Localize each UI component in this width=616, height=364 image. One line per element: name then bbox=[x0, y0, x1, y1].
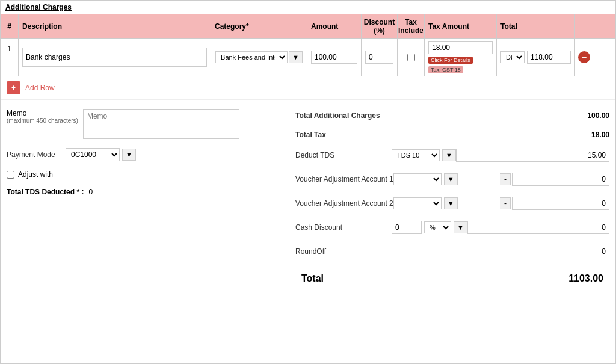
cash-discount-percent-select[interactable]: % bbox=[424, 221, 451, 233]
memo-row: Memo (maximum 450 characters) bbox=[7, 109, 271, 139]
payment-mode-label: Payment Mode bbox=[7, 150, 61, 159]
tax-amount-input[interactable] bbox=[428, 41, 493, 54]
row-amount-cell bbox=[307, 39, 362, 76]
col-header-tax-include: Tax Include bbox=[398, 14, 425, 38]
total-tds-value: 0 bbox=[88, 188, 93, 196]
roundoff-input[interactable] bbox=[392, 245, 609, 258]
deduct-tds-amount-input[interactable] bbox=[456, 149, 609, 162]
cash-discount-control: % ▼ bbox=[392, 221, 467, 234]
col-header-action bbox=[575, 14, 593, 38]
memo-label: Memo (maximum 450 characters) bbox=[7, 109, 78, 124]
col-header-num: # bbox=[1, 14, 19, 38]
payment-mode-row: Payment Mode 0C1000 ▼ bbox=[7, 148, 271, 161]
col-header-discount: Discount (%) bbox=[362, 14, 398, 38]
roundoff-label: RoundOff bbox=[295, 247, 392, 256]
adjust-with-checkbox[interactable] bbox=[7, 171, 14, 179]
total-input[interactable] bbox=[527, 51, 571, 64]
col-header-description: Description bbox=[19, 14, 211, 38]
row-description-cell bbox=[19, 39, 211, 76]
total-additional-charges-row: Total Additional Charges 100.00 bbox=[295, 109, 609, 122]
deduct-tds-row: Deduct TDS TDS 10 ▼ bbox=[295, 146, 609, 164]
voucher-adj-2-select[interactable] bbox=[393, 197, 442, 209]
category-dropdown-btn[interactable]: ▼ bbox=[289, 51, 303, 63]
cash-discount-value-input[interactable] bbox=[392, 221, 422, 234]
row-tax-amount-cell: Click For Details Tax: GST 18 bbox=[425, 39, 497, 76]
col-header-tax-amount: Tax Amount bbox=[425, 14, 497, 38]
voucher-adj-2-row: Voucher Adjustment Account 2 ▼ - bbox=[295, 194, 609, 212]
roundoff-row: RoundOff bbox=[295, 242, 609, 261]
total-additional-charges-label: Total Additional Charges bbox=[295, 111, 392, 120]
click-for-details-btn[interactable]: Click For Details bbox=[428, 57, 473, 64]
amount-input[interactable] bbox=[311, 51, 357, 64]
voucher-adj-2-minus-btn[interactable]: - bbox=[500, 197, 511, 209]
adjust-with-control: Adjust with bbox=[7, 170, 53, 179]
voucher-adj-1-amount-input[interactable] bbox=[512, 173, 609, 186]
cash-discount-percent-dropdown-btn[interactable]: ▼ bbox=[454, 221, 467, 233]
cash-discount-label: Cash Discount bbox=[295, 223, 392, 232]
voucher-adj-1-control: ▼ bbox=[393, 173, 500, 185]
voucher-adj-1-row: Voucher Adjustment Account 1 ▼ - bbox=[295, 170, 609, 188]
section-title: Additional Charges bbox=[1, 1, 615, 14]
voucher-adj-2-dropdown-btn[interactable]: ▼ bbox=[444, 197, 458, 209]
total-final-label: Total bbox=[301, 273, 324, 284]
col-header-category: Category* bbox=[211, 14, 307, 38]
total-final-row: Total 1103.00 bbox=[295, 267, 609, 287]
payment-mode-select[interactable]: 0C1000 bbox=[66, 148, 120, 161]
table-row: 1 Bank Fees and Interests ▼ Click For De… bbox=[1, 39, 615, 76]
deduct-tds-select[interactable]: TDS 10 bbox=[392, 149, 440, 161]
cash-discount-row: Cash Discount % ▼ bbox=[295, 218, 609, 236]
total-tds-row: Total TDS Deducted * : 0 bbox=[7, 188, 271, 196]
voucher-adj-1-dropdown-btn[interactable]: ▼ bbox=[444, 173, 458, 185]
remove-row-btn[interactable]: − bbox=[578, 51, 590, 63]
memo-input[interactable] bbox=[83, 109, 239, 139]
category-select[interactable]: Bank Fees and Interests bbox=[215, 51, 288, 63]
row-discount-cell bbox=[362, 39, 398, 76]
deduct-tds-label: Deduct TDS bbox=[295, 151, 392, 159]
add-row-bar: + Add Row bbox=[1, 76, 615, 100]
right-panel: Total Additional Charges 100.00 Total Ta… bbox=[283, 109, 609, 287]
col-header-total: Total bbox=[497, 14, 575, 38]
adjust-with-row: Adjust with bbox=[7, 170, 271, 179]
total-tds-label: Total TDS Deducted * : bbox=[7, 188, 84, 196]
row-action-cell: − bbox=[575, 39, 593, 76]
total-tax-row: Total Tax 18.00 bbox=[295, 128, 609, 141]
total-tax-label: Total Tax bbox=[295, 131, 392, 139]
total-tax-value: 18.00 bbox=[561, 131, 609, 139]
row-num: 1 bbox=[1, 39, 19, 76]
db-select[interactable]: Db Cr bbox=[500, 51, 525, 63]
voucher-adj-2-control: ▼ bbox=[393, 197, 500, 209]
row-tax-include-cell bbox=[398, 39, 425, 76]
voucher-adj-1-select[interactable] bbox=[393, 173, 442, 185]
payment-mode-dropdown-btn[interactable]: ▼ bbox=[122, 149, 136, 161]
voucher-adj-1-label: Voucher Adjustment Account 1 bbox=[295, 175, 393, 184]
col-header-amount: Amount bbox=[307, 14, 362, 38]
total-additional-charges-value: 100.00 bbox=[561, 111, 609, 120]
payment-mode-control: 0C1000 ▼ bbox=[66, 148, 136, 161]
row-total-cell: Db Cr bbox=[497, 39, 575, 76]
description-input[interactable] bbox=[22, 48, 207, 67]
left-panel: Memo (maximum 450 characters) Payment Mo… bbox=[7, 109, 271, 287]
discount-input[interactable] bbox=[365, 51, 393, 64]
deduct-tds-dropdown-btn[interactable]: ▼ bbox=[442, 149, 456, 161]
deduct-tds-control: TDS 10 ▼ bbox=[392, 149, 456, 161]
tax-badge: Tax: GST 18 bbox=[428, 66, 463, 73]
voucher-adj-2-amount-input[interactable] bbox=[512, 197, 609, 210]
adjust-with-label: Adjust with bbox=[18, 170, 53, 179]
voucher-adj-1-minus-btn[interactable]: - bbox=[500, 173, 511, 185]
add-row-button[interactable]: + bbox=[7, 81, 20, 94]
tax-include-checkbox[interactable] bbox=[407, 54, 415, 61]
row-category-cell: Bank Fees and Interests ▼ bbox=[211, 39, 307, 76]
cash-discount-amount-input[interactable] bbox=[467, 221, 609, 234]
total-final-value: 1103.00 bbox=[568, 273, 603, 284]
add-row-label[interactable]: Add Row bbox=[25, 84, 55, 92]
table-header: # Description Category* Amount Discount … bbox=[1, 14, 615, 39]
voucher-adj-2-label: Voucher Adjustment Account 2 bbox=[295, 199, 393, 208]
bottom-section: Memo (maximum 450 characters) Payment Mo… bbox=[1, 100, 615, 296]
